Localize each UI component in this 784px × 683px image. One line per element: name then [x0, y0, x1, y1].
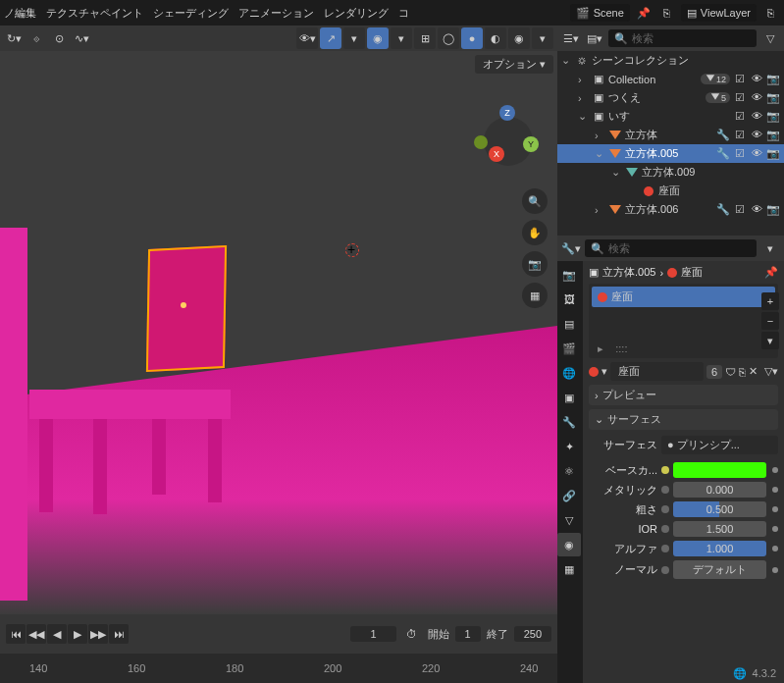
perspective-icon[interactable]: ▦	[522, 283, 548, 308]
tree-row[interactable]: 座面	[557, 182, 784, 200]
modifier-icon[interactable]: 🔧	[716, 147, 730, 160]
browse-material[interactable]: ▾	[601, 365, 607, 378]
tab-particles[interactable]: ✦	[557, 435, 581, 458]
shading-solid[interactable]: ●	[461, 27, 483, 49]
shading-matcap[interactable]: ◐	[485, 27, 506, 49]
visibility-dropdown[interactable]: 👁▾	[296, 27, 318, 49]
axis-y[interactable]: Y	[523, 136, 539, 152]
input-socket-icon[interactable]	[661, 525, 669, 533]
tree-row[interactable]: ⌄立方体.009	[557, 163, 784, 182]
overlay-toggle[interactable]: ◉	[367, 27, 389, 49]
tree-row[interactable]: ›立方体.006🔧☑👁📷	[557, 200, 784, 219]
disclosure-icon[interactable]: ›	[595, 204, 605, 216]
axis-x[interactable]: X	[489, 146, 504, 162]
exclude-toggle[interactable]: ☑	[733, 203, 747, 216]
play-button[interactable]: ▶	[68, 624, 87, 644]
exclude-toggle[interactable]: ☑	[733, 110, 747, 123]
tree-row[interactable]: ›立方体🔧☑👁📷	[557, 126, 784, 144]
hide-toggle[interactable]: 👁	[750, 110, 763, 123]
camera-icon[interactable]: 📷	[522, 251, 548, 277]
start-frame-field[interactable]: 1	[455, 626, 481, 642]
tab-mesh[interactable]: ▽	[557, 508, 581, 532]
animate-icon[interactable]	[772, 567, 778, 573]
hide-toggle[interactable]: 👁	[750, 73, 763, 85]
pivot-icon[interactable]: ⟐	[26, 28, 46, 48]
zoom-icon[interactable]: 🔍	[522, 188, 548, 214]
tab-scene[interactable]: 🎬	[557, 337, 581, 360]
input-socket-icon[interactable]	[661, 566, 669, 574]
input-socket-icon[interactable]	[661, 486, 669, 494]
outliner-search[interactable]: 🔍 検索	[608, 29, 757, 47]
input-socket-icon[interactable]	[661, 505, 669, 513]
menu-edit[interactable]: ノ編集	[4, 6, 36, 21]
pin-icon[interactable]: 📌	[634, 3, 653, 23]
remove-slot-button[interactable]: −	[761, 312, 779, 330]
color-field[interactable]	[673, 462, 766, 478]
tab-material[interactable]: ◉	[557, 533, 581, 556]
options-dropdown[interactable]: オプション ▾	[475, 55, 553, 74]
exclude-toggle[interactable]: ☑	[733, 147, 747, 160]
breadcrumb-obj[interactable]: 立方体.005	[602, 265, 655, 280]
menu-more[interactable]: コ	[398, 6, 409, 21]
slot-expand[interactable]: ▸ ::::	[592, 342, 775, 355]
axis-z[interactable]: Z	[499, 105, 515, 121]
shading-render[interactable]: ◉	[508, 27, 530, 49]
editor-type-icon[interactable]: ☰▾	[561, 28, 581, 48]
display-mode-icon[interactable]: ▤▾	[585, 28, 604, 48]
autokey-icon[interactable]: ⏱	[402, 624, 422, 644]
disclosure-icon[interactable]: ⌄	[595, 147, 605, 160]
current-frame-field[interactable]: 1	[350, 626, 395, 642]
panel-surface[interactable]: ⌄ サーフェス	[589, 409, 778, 430]
overlay-dropdown[interactable]: ▾	[391, 27, 412, 49]
tab-texture[interactable]: ▦	[557, 557, 581, 581]
shader-dropdown[interactable]: ● プリンシプ...	[661, 436, 778, 454]
exclude-toggle[interactable]: ☑	[733, 73, 747, 85]
pin-icon[interactable]: 📌	[764, 266, 778, 279]
render-toggle[interactable]: 📷	[766, 203, 780, 216]
tab-physics[interactable]: ⚛	[557, 459, 581, 483]
tree-row[interactable]: ›▣Collection12☑👁📷	[557, 70, 784, 88]
animate-icon[interactable]	[772, 467, 778, 473]
modifier-icon[interactable]: 🔧	[716, 203, 730, 216]
outliner-tree[interactable]: ⌄⛭シーンコレクション›▣Collection12☑👁📷›▣つくえ5☑👁📷⌄▣い…	[557, 51, 784, 236]
animate-icon[interactable]	[772, 546, 778, 552]
unlink-icon[interactable]: ✕	[749, 365, 758, 378]
shading-wire[interactable]: ◯	[438, 27, 459, 49]
tab-constraints[interactable]: 🔗	[557, 484, 581, 507]
options-icon[interactable]: ▾	[760, 238, 780, 258]
exclude-toggle[interactable]: ☑	[733, 91, 747, 104]
copy-icon[interactable]: ⎘	[657, 3, 677, 23]
nav-gizmo[interactable]: Z Y X	[474, 105, 543, 174]
panel-preview[interactable]: › プレビュー	[589, 385, 778, 405]
hide-toggle[interactable]: 👁	[750, 91, 763, 104]
filter-icon[interactable]: ▽	[760, 28, 780, 48]
tab-world[interactable]: 🌐	[557, 361, 581, 385]
fake-user-icon[interactable]: 🛡	[725, 366, 736, 378]
animate-icon[interactable]	[772, 487, 778, 493]
new-viewlayer-icon[interactable]: ⎘	[760, 3, 780, 23]
tree-row[interactable]: ›▣つくえ5☑👁📷	[557, 88, 784, 107]
disclosure-icon[interactable]: ⌄	[561, 54, 572, 67]
disclosure-icon[interactable]: ⌄	[578, 110, 589, 123]
jump-start-button[interactable]: ⏮	[6, 624, 26, 644]
modifier-icon[interactable]: 🔧	[716, 129, 730, 141]
tab-output[interactable]: 🖼	[557, 288, 581, 311]
render-toggle[interactable]: 📷	[766, 147, 780, 160]
material-slot[interactable]: 座面	[592, 287, 775, 307]
disclosure-icon[interactable]: ›	[578, 74, 589, 85]
breadcrumb-mat[interactable]: 座面	[681, 265, 703, 280]
value-field[interactable]: 1.000	[673, 541, 766, 556]
disclosure-icon[interactable]: ⌄	[611, 166, 622, 179]
value-field[interactable]: 0.000	[673, 482, 766, 498]
render-toggle[interactable]: 📷	[766, 91, 780, 104]
menu-anim[interactable]: アニメーション	[238, 6, 314, 21]
add-slot-button[interactable]: +	[761, 292, 779, 310]
xray-toggle[interactable]: ⊞	[414, 27, 436, 49]
slot-menu-button[interactable]: ▾	[761, 332, 779, 349]
next-key-button[interactable]: ▶▶	[88, 624, 108, 644]
props-search[interactable]: 🔍 検索	[585, 239, 757, 257]
animate-icon[interactable]	[772, 526, 778, 532]
menu-render[interactable]: レンダリング	[324, 6, 389, 21]
curve-icon[interactable]: ∿▾	[72, 28, 91, 48]
input-socket-icon[interactable]	[661, 545, 669, 552]
